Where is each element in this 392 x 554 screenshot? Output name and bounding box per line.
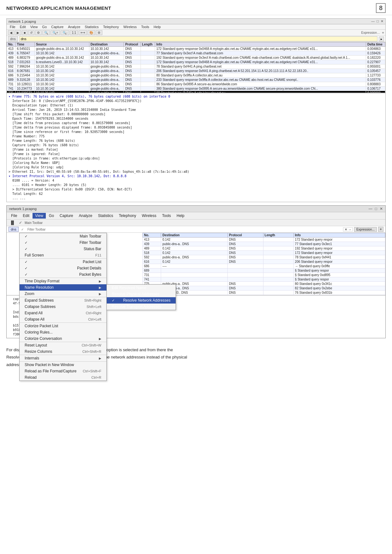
table-row[interactable]: 689 § Standard query respor	[143, 268, 385, 273]
filter-input-top[interactable]	[19, 36, 377, 41]
view-item-colorize-conv[interactable]: Colorize Conversation ▶	[20, 335, 106, 342]
view-item-packet-list[interactable]: Packet List	[20, 258, 106, 265]
menu-wireless-main[interactable]: Wireless	[139, 213, 159, 219]
menu-analyze-main[interactable]: Analyze	[76, 213, 95, 219]
menu-statistics-main[interactable]: Statistics	[95, 213, 116, 219]
view-item-resize-cols[interactable]: Resize Columns Ctrl+Shift+R	[20, 348, 106, 355]
table-row[interactable]: 518 0.142 DNS 172 Standard query respor	[143, 251, 385, 255]
table-row[interactable]: 4396.70504710.10.30.142google-public-dns…	[7, 51, 385, 56]
view-item-expand-all[interactable]: Expand All Ctrl+Right	[20, 310, 106, 316]
table-row[interactable]: 4136.545021google-public-dns-a..10.10.30…	[7, 47, 385, 51]
table-row[interactable]: 5187.031263b.resolvers.Level3...10.10.30…	[7, 60, 385, 64]
table-row[interactable]: 73110.12801110.10.30.142google-public-dn…	[7, 82, 385, 87]
view-item-reload-capture[interactable]: Reload as File Format/Capture Ctrl+Shift…	[20, 368, 106, 374]
view-item-expand-subtrees[interactable]: Expand Subtrees Shift+Right	[20, 297, 106, 304]
window-controls-top[interactable]: — □ ✕	[371, 19, 383, 23]
table-row[interactable]: 4896.883279google-public-dns-a..10.10.30…	[7, 56, 385, 60]
menu-analyze-top[interactable]: Analyze	[66, 25, 82, 29]
toolbar-forward[interactable]: ▶	[15, 30, 21, 35]
toolbar-resize[interactable]: ⟷	[79, 30, 87, 35]
table-row[interactable]: 6899.31912810.10.30.142google-public-dns…	[7, 78, 385, 82]
view-item-colorize[interactable]: Colorize Packet List	[20, 322, 106, 329]
menu-edit-top[interactable]: Edit	[18, 25, 28, 29]
view-item-coloring-rules[interactable]: Coloring Rules...	[20, 329, 106, 335]
view-item-packet-details[interactable]: Packet Details	[20, 265, 106, 271]
view-item-internals[interactable]: Internals ▶	[20, 355, 106, 361]
view-item-packet-bytes[interactable]: Packet Bytes	[20, 271, 106, 278]
menu-file-top[interactable]: File	[8, 25, 17, 29]
table-row[interactable]: 5927.99626410.10.30.142google-public-dns…	[7, 64, 385, 69]
cell-len	[263, 291, 293, 295]
view-item-reload[interactable]: Reload Ctrl+R	[20, 374, 106, 381]
table-row[interactable]: 616 0.142 DNS 206 Standard query respor	[143, 260, 385, 264]
toolbar-icon-media[interactable]: ▐▌	[9, 220, 16, 225]
view-item-time-display[interactable]: Time Display Format ▶	[20, 278, 106, 284]
minimize-icon[interactable]: —	[371, 19, 375, 23]
close-icon-main[interactable]: ✕	[380, 207, 383, 211]
table-row[interactable]: 74110.23477310.10.30.142google-public-dn…	[7, 87, 385, 91]
menu-telephony-main[interactable]: Telephony	[116, 213, 139, 219]
view-item-show-new-window[interactable]: Show Packet in New Window	[20, 361, 106, 368]
view-item-filter-toolbar[interactable]: Filter Toolbar	[20, 239, 106, 246]
table-row[interactable]: 439 public-dns-a.. DNS DNS 77 Standard q…	[143, 242, 385, 246]
submenu-resolve-network[interactable]: Resolve Network Addresses	[107, 297, 176, 304]
view-item-full-screen[interactable]: Full Screen F11	[20, 252, 106, 258]
table-row[interactable]: 686 ---- → Standard query 0x9ffe	[143, 264, 385, 268]
toolbar-settings[interactable]: ⚙	[35, 30, 42, 35]
toolbar-restart[interactable]: ↺	[28, 30, 34, 35]
menu-edit-main[interactable]: Edit	[20, 213, 32, 219]
table-row[interactable]: 6869.21546410.10.30.142google-public-dns…	[7, 73, 385, 78]
submenu-edit-resolved[interactable]: Edit Resolved Name	[107, 285, 176, 291]
toolbar-back[interactable]: ◀	[8, 30, 14, 35]
restore-icon[interactable]: □	[377, 19, 379, 23]
view-item-name-resolution[interactable]: Name Resolution ▶ Edit Resolved Name Res…	[20, 284, 106, 291]
toolbar-prefs[interactable]: ⚙	[96, 30, 102, 35]
toolbar-search[interactable]: 🔍	[42, 30, 50, 35]
view-item-zoom[interactable]: Zoom ▶	[20, 291, 106, 297]
view-item-status-bar[interactable]: Status Bar	[20, 246, 106, 252]
menu-tools-top[interactable]: Tools	[139, 25, 151, 29]
toolbar-check[interactable]: ✓	[18, 220, 23, 225]
expression-x-btn[interactable]: ✕ →	[343, 227, 353, 232]
table-row[interactable]: 413 0.142 DNS 172 Standard query respor	[143, 238, 385, 242]
view-item-collapse-subtrees[interactable]: Collapse Subtrees Shift+Left	[20, 304, 106, 310]
table-row[interactable]: 782 vers.Level3.. DNS DNS 76 Standard qu…	[143, 291, 385, 295]
toolbar-stop[interactable]: ■	[22, 30, 27, 35]
menu-go-main[interactable]: Go	[46, 213, 57, 219]
table-row[interactable]: 489 0.142 DNS 192 Standard query respor	[143, 246, 385, 251]
table-row[interactable]: 592 public-dns-a.. DNS DNS 78 Standard q…	[143, 255, 385, 260]
menu-capture-main[interactable]: Capture	[57, 213, 76, 219]
expression-btn[interactable]: Expression...	[354, 227, 377, 232]
menu-file-main[interactable]: File	[9, 213, 20, 219]
submenu-resolve-transport[interactable]: Resolve Transport Addresses	[107, 304, 176, 310]
toolbar-zoom-out[interactable]: 🔍-	[61, 30, 69, 35]
menu-capture-top[interactable]: Capture	[49, 25, 65, 29]
table-row[interactable]: 6168.06768110.10.30.142google-public-dns…	[7, 69, 385, 73]
toolbar-color[interactable]: 🎨	[87, 30, 95, 35]
table-row[interactable]: 741 § Standard query respor	[143, 277, 385, 282]
menu-wireless-top[interactable]: Wireless	[122, 25, 139, 29]
table-row[interactable]: 731 § Standard query 0xd895	[143, 273, 385, 277]
view-item-collapse-all[interactable]: Collapse All Ctrl+Left	[20, 316, 106, 322]
menu-statistics-top[interactable]: Statistics	[83, 25, 100, 29]
menu-help-top[interactable]: Help	[152, 25, 163, 29]
filter-apply-top[interactable]: ▸	[379, 37, 384, 41]
close-icon[interactable]: ✕	[381, 19, 383, 23]
view-item-main-toolbar[interactable]: Main Toolbar	[20, 233, 106, 239]
submenu-resolve-physical[interactable]: Resolve Physical Addresses	[107, 291, 176, 297]
table-row[interactable]: 775 public-dns-a.. DNS DNS 80 Standard q…	[143, 282, 385, 286]
toolbar-zoom-reset[interactable]: 1:1	[70, 30, 78, 35]
menu-view-top[interactable]: View	[28, 25, 40, 29]
menu-view-main[interactable]: View	[33, 213, 46, 219]
menu-help-main[interactable]: Help	[174, 213, 187, 219]
menu-telephony-top[interactable]: Telephony	[101, 25, 121, 29]
menu-go-top[interactable]: Go	[40, 25, 49, 29]
view-item-reset-layout[interactable]: Reset Layout Ctrl+Shift+W	[20, 342, 106, 348]
menu-tools-main[interactable]: Tools	[160, 213, 173, 219]
plus-btn[interactable]: +	[378, 227, 383, 232]
window-controls-main[interactable]: — □ ✕	[369, 207, 383, 211]
minimize-icon-main[interactable]: —	[369, 207, 372, 211]
restore-icon-main[interactable]: □	[375, 207, 377, 211]
toolbar-zoom-in[interactable]: 🔍+	[51, 30, 60, 35]
table-row[interactable]: 776 public-dns-a.. DNS DNS 82 Standard q…	[143, 286, 385, 291]
